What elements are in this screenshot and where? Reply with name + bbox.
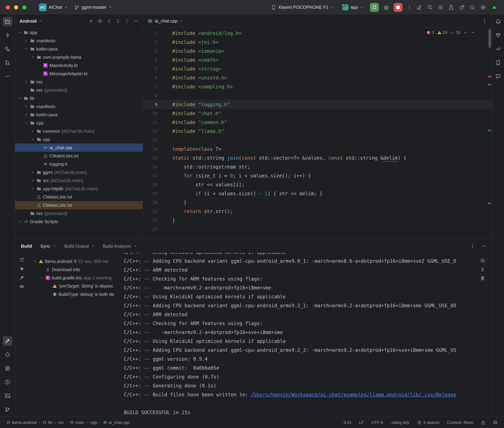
project-tree-item-ggml[interactable]: ggml[AiChat.lib.main] (15, 168, 143, 176)
code-line-7[interactable]: 7#include <sampling.h> (143, 82, 492, 91)
device-selector[interactable]: Xiaomi POCOPHONE F1 (269, 3, 336, 11)
project-tree-item-res[interactable]: res (15, 78, 143, 86)
error-stripe-mark[interactable] (488, 203, 491, 204)
chevron-down-icon[interactable] (24, 121, 28, 125)
kebab-icon[interactable] (482, 18, 487, 24)
status-item-9-21[interactable]: 9:21 (343, 420, 351, 425)
plus-icon[interactable] (89, 19, 94, 24)
stop-button[interactable] (393, 3, 402, 12)
code-line-2[interactable]: 2#include <jni.h> (143, 38, 492, 47)
status-item-context-none[interactable]: Context: None (447, 420, 473, 425)
kebab-icon[interactable] (470, 244, 475, 249)
prev-issue-icon[interactable] (463, 31, 468, 35)
close-icon[interactable] (134, 244, 137, 248)
project-tree-item-kotlin-java[interactable]: kotlin+java (15, 45, 143, 53)
code-area[interactable]: 1#include <android/log.h>2#include <jni.… (143, 27, 492, 239)
project-tree-item-mainactivity-kt[interactable]: KMainActivity.kt (15, 61, 143, 70)
project-tree-item-res[interactable]: res(generated) (15, 209, 143, 217)
more-icon[interactable] (407, 5, 412, 10)
code-line-21[interactable]: 21 return str.str(); (143, 207, 492, 216)
expand-all-icon[interactable] (107, 19, 111, 24)
code-line-13[interactable]: 13 (143, 136, 492, 145)
status-item-lf[interactable]: LF (359, 420, 364, 425)
status-item-donut[interactable] (493, 420, 497, 425)
code-line-10[interactable]: 10#include "chat.h" (143, 109, 492, 118)
chevron-down-icon[interactable] (31, 137, 35, 142)
status-item-clang-tidy[interactable]: .clang-tidy (391, 420, 409, 425)
tool-project-folder-button[interactable] (3, 17, 12, 26)
run-button[interactable] (370, 3, 379, 12)
project-tree-item-logging-h[interactable]: Hlogging.h (15, 160, 143, 168)
project-widget[interactable]: AC AiChat (37, 2, 70, 13)
chevron-right-icon[interactable] (24, 104, 28, 109)
status-item-unlock[interactable] (481, 420, 486, 425)
profile-avatar[interactable] (490, 3, 498, 11)
chevron-down-icon[interactable] (24, 47, 28, 51)
breadcrumb-item-ai-chat-cpp[interactable]: C++ai_chat.cpp (103, 420, 130, 425)
collapse-all-icon[interactable] (116, 19, 120, 24)
run-config-selector[interactable]: app (341, 3, 366, 12)
project-tree-item-src[interactable]: src[AiChat.lib.main] (15, 176, 143, 185)
code-line-3[interactable]: 3#include <iomanip> (143, 47, 492, 56)
warning-summary[interactable]: 24 (437, 30, 447, 35)
code-line-14[interactable]: 14template<class T> (143, 145, 492, 153)
close-icon[interactable] (53, 244, 56, 248)
close-button[interactable] (6, 5, 10, 9)
chevron-right-icon[interactable] (17, 219, 22, 224)
soft-wrap-icon[interactable] (480, 258, 485, 263)
editor-tab-ai-chat-cpp[interactable]: C++ ai_chat.cpp (143, 15, 188, 27)
tool-git-branch-button[interactable] (3, 405, 12, 414)
chevron-down-icon[interactable] (39, 276, 44, 280)
tool-gem-button[interactable] (493, 31, 503, 40)
code-line-16[interactable]: 16 std::ostringstream str; (143, 162, 492, 171)
close-icon[interactable] (179, 19, 183, 23)
chevron-right-icon[interactable] (31, 170, 35, 174)
status-item-4-spaces[interactable]: 4 spaces (417, 420, 440, 425)
breadcrumb-item-main[interactable]: main (70, 420, 84, 425)
console-link[interactable]: /Users/hanyin/Workspace/ai-chat/examples… (251, 392, 456, 397)
minus-icon[interactable] (133, 19, 138, 24)
tool-pull-requests-button[interactable] (3, 58, 12, 67)
tool-gradle-button[interactable] (493, 44, 503, 54)
tool-structure-button[interactable] (3, 44, 12, 54)
branch-widget[interactable]: ggml-master (73, 3, 114, 11)
list-icon[interactable] (438, 5, 443, 10)
code-line-6[interactable]: 6#include <unistd.h> (143, 73, 492, 82)
chevron-down-icon[interactable] (33, 259, 37, 263)
project-tree-item-lib[interactable]: lib (15, 94, 143, 102)
breadcrumb-item-lib[interactable]: lib (43, 420, 52, 425)
build-tree-item-download-info[interactable]: Download info (28, 265, 121, 274)
project-tree-item-com-example-llama[interactable]: com.example.llama (15, 53, 143, 61)
project-tree-item-kotlin-java[interactable]: kotlin+java (15, 111, 143, 119)
code-line-22[interactable]: 22} (143, 216, 492, 225)
code-line-8[interactable]: 8 (143, 91, 492, 100)
settings-icon[interactable] (480, 5, 486, 10)
code-line-20[interactable]: 20 } (143, 198, 492, 207)
rename-icon[interactable] (417, 5, 422, 10)
project-tree-item-app[interactable]: app (15, 28, 143, 37)
status-item-utf-8[interactable]: UTF-8 (371, 420, 383, 425)
scrollbar-thumb[interactable] (488, 29, 491, 48)
build-window-label[interactable]: Build (21, 244, 32, 249)
chevron-right-icon[interactable] (31, 187, 35, 191)
debug-icon[interactable] (383, 4, 389, 10)
build-tab-build-output[interactable]: Build Output (64, 244, 95, 249)
stop-square-icon[interactable] (19, 266, 24, 271)
breadcrumb-item-cpp[interactable]: cpp (90, 420, 97, 425)
project-tree-item-cpp[interactable]: cpp (15, 119, 143, 127)
project-tree-item-cpp-httplib[interactable]: cpp-httplib[AiChat.lib.main] (15, 185, 143, 193)
chevron-right-icon[interactable] (24, 80, 28, 84)
code-line-15[interactable]: 15static std::string join(const std::vec… (143, 153, 492, 162)
passed-summary[interactable]: 15 (450, 30, 461, 35)
tool-more-h-button[interactable] (3, 72, 12, 81)
project-view-title[interactable]: Android (19, 18, 37, 24)
code-line-18[interactable]: 18 str << values[i]; (143, 180, 492, 189)
tool-problems-button[interactable] (3, 377, 12, 387)
chevron-down-icon[interactable] (38, 19, 42, 23)
chevron-down-icon[interactable] (17, 96, 22, 100)
tool-assistant-chat-button[interactable] (493, 72, 503, 81)
search-icon[interactable] (470, 5, 475, 10)
project-tree-item-messageadapter-kt[interactable]: KMessageAdapter.kt (15, 70, 143, 78)
sync-icon[interactable] (19, 257, 24, 262)
build-tab-sync[interactable]: Sync (40, 244, 56, 249)
